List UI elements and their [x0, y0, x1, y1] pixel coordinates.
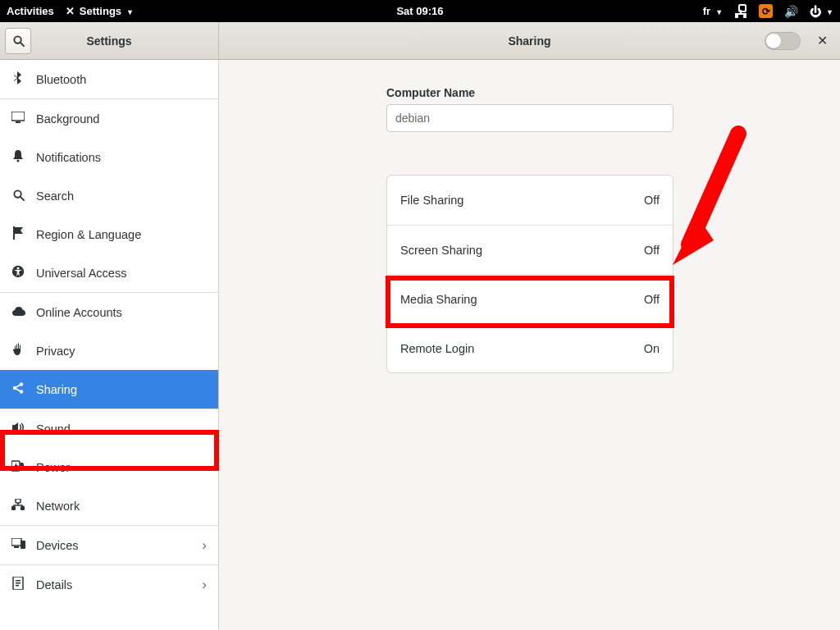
- search-button[interactable]: [5, 28, 31, 54]
- sharing-panel: Computer Name File SharingOffScreen Shar…: [219, 60, 840, 630]
- svg-line-6: [21, 197, 24, 200]
- sidebar-item-label: Sharing: [36, 383, 77, 396]
- svg-rect-25: [21, 541, 25, 549]
- speaker-icon: [11, 422, 25, 436]
- sidebar-item-details[interactable]: Details›: [0, 565, 218, 604]
- svg-rect-24: [14, 546, 19, 548]
- keyboard-layout-label: fr: [703, 5, 710, 17]
- computer-name-input[interactable]: [386, 104, 673, 132]
- notifications-icon: [11, 149, 25, 165]
- chevron-right-icon: ›: [202, 577, 207, 593]
- svg-point-9: [17, 267, 20, 270]
- sidebar-item-sound[interactable]: Sound: [0, 409, 218, 448]
- computer-name-label: Computer Name: [386, 86, 673, 99]
- svg-line-14: [16, 389, 21, 391]
- accessibility-icon: [11, 265, 25, 281]
- sidebar-item-label: Online Accounts: [36, 306, 122, 319]
- svg-rect-16: [16, 499, 21, 503]
- sharing-row-status: Off: [644, 194, 660, 207]
- bluetooth-icon: [11, 71, 25, 87]
- activities-button[interactable]: Activities: [7, 5, 54, 17]
- sidebar-item-label: Bluetooth: [36, 73, 86, 86]
- search-icon: [12, 34, 25, 47]
- page-title: Sharing: [508, 34, 550, 48]
- power-icon: ⏻: [810, 5, 821, 18]
- close-icon: ✕: [817, 33, 828, 48]
- sidebar-item-label: Notifications: [36, 151, 101, 164]
- sharing-options-list: File SharingOffScreen SharingOffMedia Sh…: [386, 175, 673, 373]
- sidebar-item-search[interactable]: Search: [0, 176, 218, 215]
- sidebar-item-label: Devices: [36, 539, 79, 552]
- sidebar-item-background[interactable]: Background: [0, 99, 218, 138]
- sidebar-item-label: Search: [36, 189, 74, 203]
- sharing-master-toggle[interactable]: [765, 32, 801, 50]
- keyboard-layout-indicator[interactable]: fr ▼: [703, 5, 723, 17]
- search-icon: [11, 189, 25, 203]
- svg-line-13: [16, 385, 21, 387]
- sharing-row-status: On: [644, 342, 660, 355]
- sharing-row-label: Screen Sharing: [400, 244, 482, 257]
- svg-line-1: [21, 43, 24, 46]
- sidebar-title: Settings: [0, 34, 218, 48]
- sharing-row-status: Off: [644, 293, 660, 306]
- battery-icon: [11, 460, 25, 474]
- network-icon: [11, 499, 25, 513]
- sharing-row-remote-login[interactable]: Remote LoginOn: [387, 323, 673, 372]
- software-update-icon[interactable]: ⟳: [759, 4, 773, 18]
- sidebar-item-label: Region & Language: [36, 228, 141, 241]
- volume-icon[interactable]: 🔊: [784, 5, 798, 18]
- sidebar-item-online[interactable]: Online Accounts: [0, 293, 218, 331]
- app-menu[interactable]: ✕ Settings ▼: [66, 5, 134, 17]
- network-status-icon[interactable]: [734, 5, 747, 18]
- gnome-top-bar: Activities ✕ Settings ▼ Sat 09:16 fr ▼ ⟳…: [0, 0, 840, 22]
- devices-icon: [11, 538, 25, 552]
- settings-sidebar: BluetoothBackgroundNotificationsSearchRe…: [0, 60, 219, 630]
- svg-rect-18: [21, 506, 25, 510]
- sidebar-item-network[interactable]: Network: [0, 486, 218, 525]
- system-menu[interactable]: ⏻ ▼: [810, 5, 833, 18]
- sidebar-item-sharing[interactable]: Sharing: [0, 370, 218, 409]
- sharing-row-file-sharing[interactable]: File SharingOff: [387, 176, 673, 225]
- chevron-right-icon: ›: [202, 537, 207, 554]
- sidebar-item-label: Privacy: [36, 345, 75, 358]
- svg-rect-17: [11, 506, 16, 510]
- sidebar-item-label: Sound: [36, 422, 71, 436]
- svg-point-0: [14, 36, 21, 43]
- background-icon: [11, 112, 25, 126]
- app-menu-label: Settings: [80, 5, 121, 17]
- svg-rect-29: [16, 585, 19, 587]
- sidebar-item-bluetooth[interactable]: Bluetooth: [0, 60, 218, 98]
- sidebar-item-label: Power: [36, 461, 70, 474]
- sidebar-item-privacy[interactable]: Privacy: [0, 331, 218, 370]
- svg-rect-2: [11, 112, 25, 121]
- clock[interactable]: Sat 09:16: [396, 5, 443, 17]
- sidebar-item-devices[interactable]: Devices›: [0, 526, 218, 564]
- sidebar-item-label: Universal Access: [36, 267, 126, 280]
- chevron-down-icon: ▼: [715, 8, 723, 16]
- sharing-row-media-sharing[interactable]: Media SharingOff: [387, 274, 673, 323]
- svg-rect-28: [16, 582, 21, 584]
- settings-app-icon: ✕: [66, 5, 75, 17]
- close-button[interactable]: ✕: [809, 28, 835, 54]
- sharing-row-status: Off: [644, 244, 660, 257]
- sharing-row-label: File Sharing: [400, 194, 463, 207]
- sharing-row-label: Remote Login: [400, 342, 474, 355]
- sharing-row-screen-sharing[interactable]: Screen SharingOff: [387, 225, 673, 274]
- hand-icon: [11, 343, 25, 358]
- sidebar-item-universal[interactable]: Universal Access: [0, 253, 218, 292]
- header-bar: Settings Sharing ✕: [0, 22, 840, 60]
- settings-window: Settings Sharing ✕ BluetoothBackgroundNo…: [0, 22, 840, 630]
- sidebar-item-power[interactable]: Power: [0, 448, 218, 486]
- svg-point-4: [17, 160, 20, 162]
- sidebar-item-label: Network: [36, 500, 80, 513]
- svg-point-5: [14, 190, 21, 197]
- cloud-icon: [11, 305, 25, 319]
- svg-rect-3: [16, 121, 21, 123]
- share-icon: [11, 381, 25, 397]
- sharing-row-label: Media Sharing: [400, 293, 477, 306]
- chevron-down-icon: ▼: [126, 8, 134, 16]
- sidebar-item-notifications[interactable]: Notifications: [0, 138, 218, 176]
- sidebar-item-region[interactable]: Region & Language: [0, 215, 218, 253]
- flag-icon: [11, 226, 25, 242]
- chevron-down-icon: ▼: [826, 8, 833, 16]
